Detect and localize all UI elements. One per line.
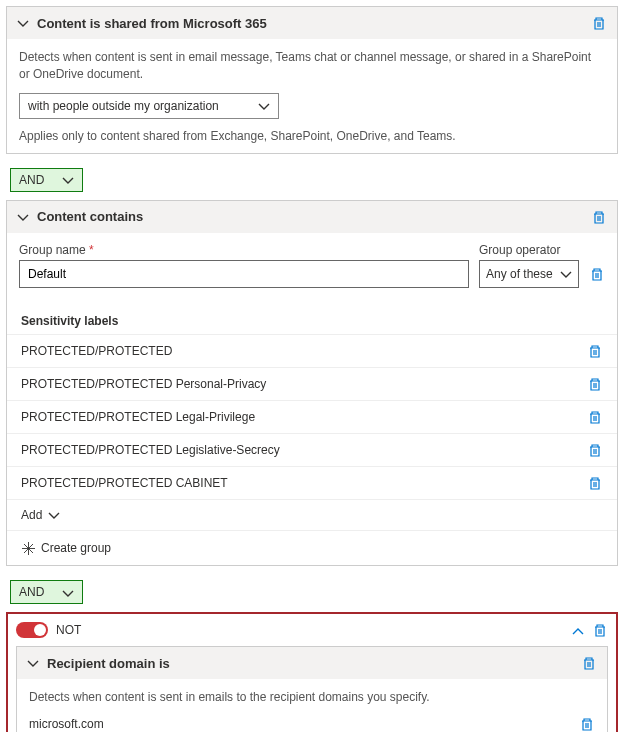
condition-recipient-domain: Recipient domain is Detects when content… [16, 646, 608, 732]
delete-condition-button[interactable] [591, 15, 607, 31]
applies-note: Applies only to content shared from Exch… [19, 129, 605, 143]
not-condition-group: NOT Recipient domain is Detects when con… [6, 612, 618, 732]
section-title: Recipient domain is [47, 656, 573, 671]
delete-label-button[interactable] [587, 376, 603, 392]
sparkle-icon [21, 541, 35, 556]
group-operator-label: Group operator [479, 243, 579, 257]
label-text: PROTECTED/PROTECTED Legal-Privilege [21, 410, 255, 424]
not-toggle[interactable] [16, 622, 48, 638]
sensitivity-label-row: PROTECTED/PROTECTED Personal-Privacy [7, 367, 617, 400]
sensitivity-label-row: PROTECTED/PROTECTED Legislative-Secrecy [7, 433, 617, 466]
condition-content-contains: Content contains Group name * Group oper… [6, 200, 618, 567]
section-title: Content is shared from Microsoft 365 [37, 16, 583, 31]
label-text: PROTECTED/PROTECTED CABINET [21, 476, 228, 490]
label-text: PROTECTED/PROTECTED Personal-Privacy [21, 377, 266, 391]
chevron-down-icon [17, 211, 29, 223]
domain-entry-row: microsoft.com [29, 716, 595, 732]
not-label: NOT [56, 623, 306, 637]
domain-value: microsoft.com [29, 717, 104, 731]
create-group-button[interactable]: Create group [7, 530, 617, 566]
operator-label: AND [19, 173, 44, 187]
delete-label-button[interactable] [587, 343, 603, 359]
select-value: with people outside my organization [28, 99, 219, 113]
section-header[interactable]: Content contains [7, 201, 617, 233]
chevron-down-icon [258, 99, 270, 113]
group-operator-select[interactable]: Any of these [479, 260, 579, 288]
boolean-operator-select[interactable]: AND [10, 580, 83, 604]
condition-description: Detects when content is sent in email me… [19, 49, 605, 83]
delete-condition-button[interactable] [581, 655, 597, 671]
share-scope-select[interactable]: with people outside my organization [19, 93, 279, 119]
chevron-down-icon [48, 508, 60, 522]
section-header[interactable]: Content is shared from Microsoft 365 [7, 7, 617, 39]
chevron-down-icon [560, 267, 572, 281]
collapse-button[interactable] [572, 623, 584, 637]
chevron-down-icon [27, 657, 39, 669]
group-name-input[interactable] [19, 260, 469, 288]
chevron-down-icon [17, 17, 29, 29]
sensitivity-label-row: PROTECTED/PROTECTED Legal-Privilege [7, 400, 617, 433]
section-title: Content contains [37, 209, 583, 224]
delete-label-button[interactable] [587, 409, 603, 425]
delete-condition-button[interactable] [591, 209, 607, 225]
delete-group-button[interactable] [592, 622, 608, 638]
group-name-label: Group name * [19, 243, 469, 257]
delete-group-button[interactable] [589, 266, 605, 282]
chevron-down-icon [62, 585, 74, 599]
label-text: PROTECTED/PROTECTED Legislative-Secrecy [21, 443, 280, 457]
operator-label: AND [19, 585, 44, 599]
delete-label-button[interactable] [587, 475, 603, 491]
sensitivity-label-row: PROTECTED/PROTECTED [7, 334, 617, 367]
boolean-operator-select[interactable]: AND [10, 168, 83, 192]
delete-domain-button[interactable] [579, 716, 595, 732]
condition-shared-from-m365: Content is shared from Microsoft 365 Det… [6, 6, 618, 154]
sensitivity-labels-heading: Sensitivity labels [7, 306, 617, 334]
condition-description: Detects when content is sent in emails t… [29, 689, 595, 706]
delete-label-button[interactable] [587, 442, 603, 458]
sensitivity-label-row: PROTECTED/PROTECTED CABINET [7, 466, 617, 499]
label-text: PROTECTED/PROTECTED [21, 344, 172, 358]
section-header[interactable]: Recipient domain is [17, 647, 607, 679]
chevron-down-icon [62, 173, 74, 187]
add-label-button[interactable]: Add [7, 499, 617, 530]
